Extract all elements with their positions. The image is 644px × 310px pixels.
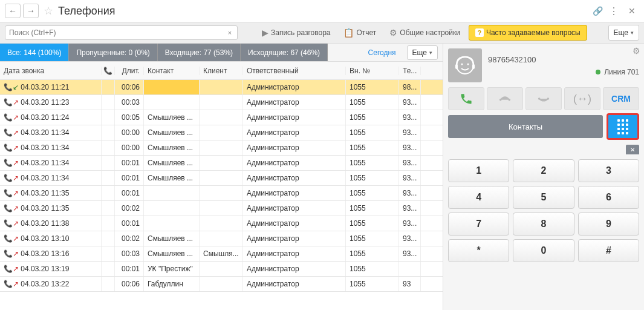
- transfer-button[interactable]: (↔): [564, 87, 600, 110]
- dialpad-key-6[interactable]: 6: [578, 186, 639, 209]
- cell-duration: 00:01: [115, 262, 144, 276]
- table-row[interactable]: 📞↙ 04.03.20 11:2100:06Администратор10559…: [0, 80, 443, 95]
- cell-client: [200, 231, 243, 246]
- dialpad: 123456789*0#: [443, 154, 644, 267]
- table-row[interactable]: 📞↗ 04.03.20 13:1600:03Смышляев ...Смышля…: [0, 246, 443, 262]
- close-icon[interactable]: ✕: [625, 6, 639, 16]
- close-dialpad-button[interactable]: ✕: [626, 145, 639, 154]
- dialpad-key-4[interactable]: 4: [448, 186, 509, 209]
- toolbar-more-button[interactable]: Еще: [608, 25, 639, 41]
- dialpad-key-2[interactable]: 2: [513, 159, 574, 182]
- col-client[interactable]: Клиент: [200, 67, 243, 75]
- panel-settings-icon[interactable]: ⚙: [633, 46, 640, 56]
- cell-date: 📞↗ 04.03.20 11:34: [0, 125, 102, 140]
- table-body[interactable]: 📞↙ 04.03.20 11:2100:06Администратор10559…: [0, 80, 443, 310]
- table-row[interactable]: 📞↗ 04.03.20 11:3500:02Администратор10559…: [0, 201, 443, 216]
- question-icon: ?: [475, 28, 484, 37]
- search-clear-button[interactable]: ×: [224, 27, 235, 38]
- record-button[interactable]: ▶Запись разговора: [257, 25, 335, 41]
- cell-client: [200, 110, 243, 125]
- cell-ext: 1055: [346, 277, 399, 291]
- nav-forward-button[interactable]: →: [23, 4, 39, 18]
- cell-dir: [102, 156, 115, 170]
- col-date[interactable]: Дата звонка: [0, 67, 102, 75]
- svg-point-6: [509, 99, 511, 101]
- cell-responsible: Администратор: [243, 231, 346, 246]
- cell-ext: 1055: [346, 246, 399, 261]
- filter-missed-tab[interactable]: Пропущенные: 0 (0%): [69, 44, 157, 61]
- table-row[interactable]: 📞↗ 04.03.20 11:3400:01Смышляев ...Админи…: [0, 171, 443, 186]
- cell-dir: [102, 80, 115, 94]
- cell-ext: 1055: [346, 156, 399, 170]
- dialpad-key-1[interactable]: 1: [448, 159, 509, 182]
- report-icon: 📋: [343, 28, 354, 38]
- col-ext[interactable]: Вн. №: [346, 67, 399, 75]
- dialpad-key-*[interactable]: *: [448, 239, 509, 262]
- search-input[interactable]: [5, 25, 238, 40]
- table-row[interactable]: 📞↗ 04.03.20 11:3500:01Администратор10559…: [0, 186, 443, 201]
- table-row[interactable]: 📞↗ 04.03.20 13:2200:06ГабдуллинАдминистр…: [0, 277, 443, 292]
- filter-today-link[interactable]: Сегодня: [361, 48, 403, 57]
- cell-contact: [144, 201, 200, 216]
- cell-contact: [144, 95, 200, 110]
- cell-responsible: Администратор: [243, 140, 346, 155]
- cell-duration: 00:02: [115, 201, 144, 216]
- call-direction-icon: 📞↗: [4, 204, 19, 213]
- cell-date: 📞↗ 04.03.20 11:34: [0, 140, 102, 155]
- table-row[interactable]: 📞↗ 04.03.20 11:3800:01Администратор10559…: [0, 216, 443, 231]
- col-direction[interactable]: 📞: [102, 67, 115, 75]
- dialpad-key-7[interactable]: 7: [448, 213, 509, 236]
- cell-client: [200, 156, 243, 170]
- cell-tel: 93...: [399, 125, 421, 140]
- hangup-button[interactable]: [525, 87, 562, 110]
- hold-button[interactable]: [487, 87, 523, 110]
- cell-duration: 00:03: [115, 95, 144, 110]
- table-row[interactable]: 📞↗ 04.03.20 11:2300:03Администратор10559…: [0, 95, 443, 110]
- table-row[interactable]: 📞↗ 04.03.20 13:1000:02Смышляев ...Админи…: [0, 231, 443, 246]
- dialpad-key-8[interactable]: 8: [513, 213, 574, 236]
- table-row[interactable]: 📞↗ 04.03.20 13:1900:01УК "Престиж"Админи…: [0, 262, 443, 277]
- col-duration[interactable]: Длит.: [115, 67, 144, 75]
- filter-all-tab[interactable]: Все: 144 (100%): [0, 44, 69, 61]
- table-row[interactable]: 📞↗ 04.03.20 11:3400:00Смышляев ...Админи…: [0, 125, 443, 140]
- cell-client: [200, 80, 243, 94]
- contacts-button[interactable]: Контакты: [448, 115, 603, 138]
- favorite-star-icon[interactable]: ☆: [44, 4, 53, 18]
- filter-more-button[interactable]: Еще: [407, 45, 438, 60]
- dialpad-key-3[interactable]: 3: [578, 159, 639, 182]
- cell-duration: 00:00: [115, 125, 144, 140]
- filter-outgoing-tab[interactable]: Исходящие: 67 (46%): [241, 44, 328, 61]
- avatar: [448, 48, 482, 82]
- cell-responsible: Администратор: [243, 95, 346, 110]
- cell-ext: 1055: [346, 171, 399, 185]
- cell-responsible: Администратор: [243, 110, 346, 125]
- phone-number: 98765432100: [488, 55, 639, 64]
- kebab-menu-icon[interactable]: ⋮: [609, 5, 619, 17]
- dialpad-key-#[interactable]: #: [578, 239, 639, 262]
- col-contact[interactable]: Контакт: [144, 67, 200, 75]
- call-button[interactable]: [448, 87, 484, 110]
- link-icon[interactable]: 🔗: [593, 6, 603, 16]
- cell-tel: 93...: [399, 171, 421, 185]
- toolbar: × ▶Запись разговора 📋Отчет ⚙Общие настро…: [0, 22, 644, 44]
- call-direction-icon: 📞↗: [4, 113, 19, 122]
- filter-incoming-tab[interactable]: Входящие: 77 (53%): [158, 44, 241, 61]
- table-row[interactable]: 📞↗ 04.03.20 11:3400:00Смышляев ...Админи…: [0, 140, 443, 156]
- nav-back-button[interactable]: ←: [5, 4, 21, 18]
- report-button[interactable]: 📋Отчет: [339, 25, 381, 41]
- more-label: Еще: [614, 28, 628, 37]
- col-responsible[interactable]: Ответственный: [243, 67, 346, 75]
- dialpad-key-0[interactable]: 0: [513, 239, 574, 262]
- table-row[interactable]: 📞↗ 04.03.20 11:2400:05Смышляев ...Админи…: [0, 110, 443, 125]
- col-tel[interactable]: Те...: [399, 67, 421, 75]
- table-row[interactable]: 📞↗ 04.03.20 11:3400:01Смышляев ...Админи…: [0, 156, 443, 171]
- dialpad-key-9[interactable]: 9: [578, 213, 639, 236]
- cell-date: 📞↗ 04.03.20 11:35: [0, 186, 102, 200]
- call-direction-icon: 📞↗: [4, 249, 19, 258]
- crm-button[interactable]: CRM: [603, 87, 639, 110]
- dialpad-toggle-button[interactable]: [607, 113, 639, 140]
- settings-button[interactable]: ⚙Общие настройки: [385, 25, 465, 41]
- faq-button[interactable]: ?Часто задаваемые вопросы: [469, 25, 587, 41]
- settings-label: Общие настройки: [400, 28, 460, 37]
- dialpad-key-5[interactable]: 5: [513, 186, 574, 209]
